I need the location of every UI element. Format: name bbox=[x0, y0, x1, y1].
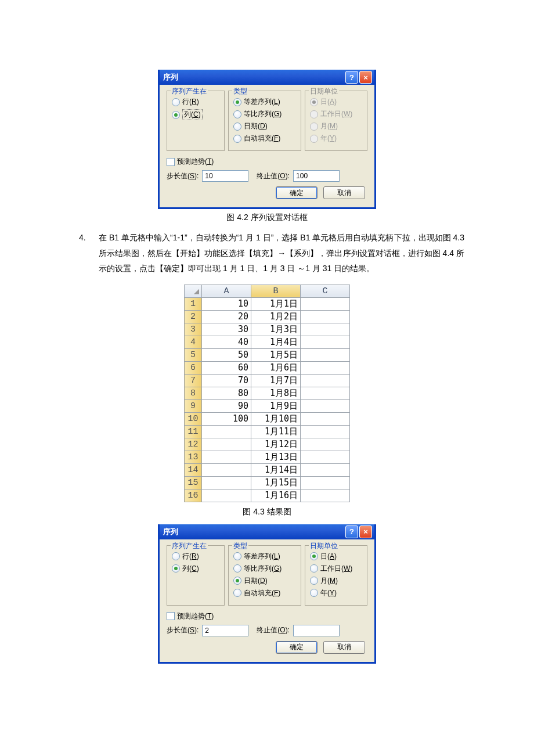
radio-arith[interactable]: 等差序列(L) bbox=[233, 552, 296, 561]
row-header[interactable]: 4 bbox=[185, 336, 202, 348]
cell-C[interactable] bbox=[301, 412, 350, 425]
cell-B[interactable]: 1月12日 bbox=[251, 438, 301, 451]
cell-C[interactable] bbox=[301, 476, 350, 489]
row-header[interactable]: 2 bbox=[185, 310, 202, 323]
cell-B[interactable]: 1月11日 bbox=[251, 425, 301, 438]
cell-C[interactable] bbox=[301, 310, 350, 323]
cell-A[interactable]: 50 bbox=[202, 348, 251, 361]
close-icon[interactable]: × bbox=[359, 525, 372, 538]
cell-A[interactable] bbox=[202, 463, 251, 476]
cell-B[interactable]: 1月9日 bbox=[251, 399, 301, 412]
trend-checkbox[interactable]: 预测趋势(T) bbox=[167, 611, 367, 621]
cell-B[interactable]: 1月6日 bbox=[251, 361, 301, 374]
cell-B[interactable]: 1月8日 bbox=[251, 387, 301, 399]
trend-checkbox[interactable]: 预测趋势(T) bbox=[167, 157, 367, 167]
cell-A[interactable]: 30 bbox=[202, 323, 251, 336]
radio-col[interactable]: 列(C) bbox=[172, 564, 219, 574]
cell-A[interactable]: 70 bbox=[202, 374, 251, 387]
col-header-C[interactable]: C bbox=[301, 285, 350, 297]
stop-input[interactable] bbox=[293, 625, 340, 636]
cell-B[interactable]: 1月3日 bbox=[251, 323, 301, 336]
radio-date[interactable]: 日期(D) bbox=[233, 121, 296, 131]
corner-cell[interactable]: ◢ bbox=[185, 285, 202, 297]
radio-row[interactable]: 行(R) bbox=[172, 552, 219, 561]
cell-C[interactable] bbox=[301, 489, 350, 502]
cancel-button[interactable]: 取消 bbox=[323, 186, 365, 199]
row-header[interactable]: 13 bbox=[185, 451, 202, 463]
help-icon[interactable]: ? bbox=[345, 71, 358, 84]
cell-C[interactable] bbox=[301, 463, 350, 476]
row-header[interactable]: 7 bbox=[185, 374, 202, 387]
row-header[interactable]: 1 bbox=[185, 297, 202, 310]
help-icon[interactable]: ? bbox=[345, 525, 358, 538]
cell-B[interactable]: 1月16日 bbox=[251, 489, 301, 502]
row-header[interactable]: 11 bbox=[185, 425, 202, 438]
radio-row[interactable]: 行(R) bbox=[172, 97, 219, 107]
close-icon[interactable]: × bbox=[359, 71, 372, 84]
cell-B[interactable]: 1月14日 bbox=[251, 463, 301, 476]
radio-geo[interactable]: 等比序列(G) bbox=[233, 564, 296, 574]
radio-autofill[interactable]: 自动填充(F) bbox=[233, 588, 296, 598]
cell-B[interactable]: 1月15日 bbox=[251, 476, 301, 489]
cell-B[interactable]: 1月2日 bbox=[251, 310, 301, 323]
cell-B[interactable]: 1月1日 bbox=[251, 297, 301, 310]
cell-A[interactable]: 20 bbox=[202, 310, 251, 323]
radio-arith[interactable]: 等差序列(L) bbox=[233, 97, 296, 107]
row-header[interactable]: 16 bbox=[185, 489, 202, 502]
cell-C[interactable] bbox=[301, 451, 350, 463]
cell-A[interactable] bbox=[202, 425, 251, 438]
radio-workday[interactable]: 工作日(W) bbox=[310, 564, 362, 574]
cell-A[interactable] bbox=[202, 489, 251, 502]
row-header[interactable]: 12 bbox=[185, 438, 202, 451]
ok-button[interactable]: 确定 bbox=[276, 641, 317, 654]
cell-A[interactable] bbox=[202, 451, 251, 463]
cell-B[interactable]: 1月5日 bbox=[251, 348, 301, 361]
row-header[interactable]: 14 bbox=[185, 463, 202, 476]
cell-B[interactable]: 1月13日 bbox=[251, 451, 301, 463]
cell-C[interactable] bbox=[301, 425, 350, 438]
cell-A[interactable]: 90 bbox=[202, 399, 251, 412]
col-header-A[interactable]: A bbox=[202, 285, 251, 297]
ok-button[interactable]: 确定 bbox=[276, 186, 317, 199]
radio-year[interactable]: 年(Y) bbox=[310, 588, 362, 598]
cell-B[interactable]: 1月7日 bbox=[251, 374, 301, 387]
cell-A[interactable] bbox=[202, 438, 251, 451]
row-header[interactable]: 15 bbox=[185, 476, 202, 489]
row-header[interactable]: 8 bbox=[185, 387, 202, 399]
cell-C[interactable] bbox=[301, 297, 350, 310]
cancel-button[interactable]: 取消 bbox=[323, 641, 365, 654]
titlebar[interactable]: 序列 ? × bbox=[160, 524, 374, 539]
cell-C[interactable] bbox=[301, 438, 350, 451]
radio-date[interactable]: 日期(D) bbox=[233, 576, 296, 586]
cell-C[interactable] bbox=[301, 361, 350, 374]
cell-B[interactable]: 1月4日 bbox=[251, 336, 301, 348]
radio-month[interactable]: 月(M) bbox=[310, 576, 362, 586]
radio-col[interactable]: 列(C) bbox=[172, 109, 219, 120]
radio-geo[interactable]: 等比序列(G) bbox=[233, 109, 296, 119]
radio-day[interactable]: 日(A) bbox=[310, 552, 362, 561]
stop-input[interactable] bbox=[293, 170, 340, 182]
row-header[interactable]: 6 bbox=[185, 361, 202, 374]
cell-C[interactable] bbox=[301, 336, 350, 348]
titlebar[interactable]: 序列 ? × bbox=[160, 70, 374, 85]
cell-C[interactable] bbox=[301, 323, 350, 336]
cell-A[interactable]: 100 bbox=[202, 412, 251, 425]
step-input[interactable] bbox=[202, 170, 248, 182]
row-header[interactable]: 10 bbox=[185, 412, 202, 425]
cell-A[interactable]: 40 bbox=[202, 336, 251, 348]
cell-A[interactable]: 60 bbox=[202, 361, 251, 374]
cell-A[interactable]: 10 bbox=[202, 297, 251, 310]
row-header[interactable]: 5 bbox=[185, 348, 202, 361]
cell-C[interactable] bbox=[301, 399, 350, 412]
cell-A[interactable] bbox=[202, 476, 251, 489]
radio-autofill[interactable]: 自动填充(F) bbox=[233, 134, 296, 143]
row-header[interactable]: 9 bbox=[185, 399, 202, 412]
cell-C[interactable] bbox=[301, 348, 350, 361]
step-input[interactable] bbox=[202, 625, 248, 636]
cell-B[interactable]: 1月10日 bbox=[251, 412, 301, 425]
cell-A[interactable]: 80 bbox=[202, 387, 251, 399]
cell-C[interactable] bbox=[301, 387, 350, 399]
col-header-B[interactable]: B bbox=[251, 285, 301, 297]
row-header[interactable]: 3 bbox=[185, 323, 202, 336]
cell-C[interactable] bbox=[301, 374, 350, 387]
